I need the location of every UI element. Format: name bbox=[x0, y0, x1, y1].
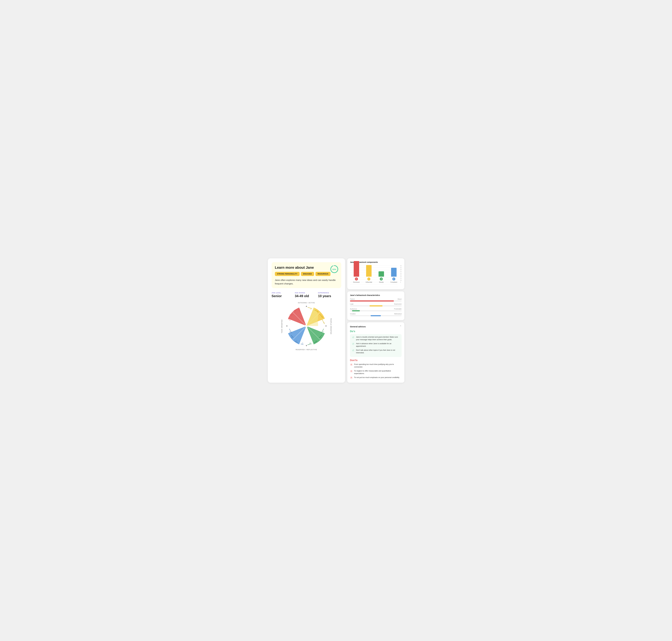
disc-axis-left: TASK ORIENTED bbox=[281, 319, 283, 333]
stat-age-range: AGE RANGE 34-49 old bbox=[295, 292, 318, 298]
char-fill-creative bbox=[370, 315, 381, 316]
svg-text:Si: Si bbox=[322, 331, 324, 332]
check-icon-0: ✓ bbox=[352, 336, 355, 339]
svg-marker-19 bbox=[306, 305, 307, 307]
char-row-audacious: Audacious Predictable bbox=[350, 308, 402, 311]
cross-icon-0: ✕ bbox=[350, 363, 353, 366]
char-right-methodical: Methodical bbox=[394, 313, 402, 315]
check-icon-2: ✓ bbox=[352, 349, 355, 352]
right-panel: Jane's behavioral components D Dominant bbox=[347, 258, 404, 383]
tag-rigourous: RIGOUROUS bbox=[316, 272, 331, 276]
bar-compliant-label: Compliant bbox=[390, 281, 397, 283]
disc-axis-top: OUTGOING / ACTIVE bbox=[298, 302, 315, 303]
svg-text:Influencer: Influencer bbox=[308, 307, 312, 309]
svg-marker-20 bbox=[306, 345, 307, 346]
disc-axis-right: PEOPLE ORIENTED bbox=[330, 318, 332, 335]
donts-item-0: ✕ From spending too much time justifying… bbox=[350, 363, 402, 368]
svg-marker-21 bbox=[286, 325, 287, 327]
char-left-patient: Patient bbox=[350, 298, 355, 300]
progress-ring: 93% bbox=[330, 265, 338, 274]
donts-section-title: Don'ts bbox=[350, 359, 402, 362]
char-row-logic: Logic Expressive bbox=[350, 303, 402, 306]
bar-influential: I Influential bbox=[364, 265, 374, 283]
svg-text:D: D bbox=[291, 315, 292, 316]
bar-steady: S Steady bbox=[376, 271, 386, 283]
svg-text:Captain: Captain bbox=[290, 314, 293, 315]
stat-experience-value: 10 years bbox=[318, 294, 341, 298]
bar-dominant-label: Dominant bbox=[353, 281, 360, 283]
char-track-audacious bbox=[350, 310, 402, 311]
bar-compliant-fill bbox=[391, 268, 396, 277]
cross-icon-1: ✕ bbox=[350, 370, 353, 372]
tag-strong-personality: STRONG PERSONALITY bbox=[275, 272, 299, 276]
hero-title: Learn more about Jane bbox=[275, 265, 338, 270]
svg-text:Dc: Dc bbox=[289, 320, 291, 320]
tags-row: STRONG PERSONALITY ENGAGED RIGOUROUS bbox=[275, 272, 338, 276]
char-track-logic bbox=[350, 305, 402, 306]
disc-svg: Initiator DI Pilot Di Captain D Architec… bbox=[284, 304, 328, 349]
dos-item-2: ✓ Don't talk about other topics if you f… bbox=[352, 349, 400, 354]
check-icon-1: ✓ bbox=[352, 342, 355, 345]
dos-item-0: ✓ Jane is results-oriented and goal-orie… bbox=[352, 336, 400, 341]
char-left-audacious: Audacious bbox=[350, 308, 357, 310]
chevron-up-icon[interactable]: ⌃ bbox=[400, 325, 402, 328]
svg-text:Id: Id bbox=[310, 309, 311, 310]
char-fill-audacious bbox=[352, 310, 360, 311]
disc-axis-bottom: RESERVED / REFLECTIVE bbox=[296, 349, 317, 351]
char-row-creative: Creative Methodical bbox=[350, 313, 402, 316]
char-row-patient: Patient Direct bbox=[350, 298, 402, 301]
dos-text-1: Ask in advance when Jane is available fo… bbox=[356, 342, 400, 347]
svg-text:Harmonizer: Harmonizer bbox=[322, 319, 325, 324]
tag-engaged: ENGAGED bbox=[301, 272, 314, 276]
stat-experience: EXPERIENCE 10 years bbox=[318, 292, 341, 298]
bar-influential-fill bbox=[366, 265, 372, 277]
behavioral-characteristics-card: Jane's behavioral characteristics Patien… bbox=[347, 291, 404, 320]
donts-text-0: From spending too much time justifying w… bbox=[354, 363, 402, 368]
left-panel: Learn more about Jane 93% STRONG PERSONA… bbox=[268, 258, 345, 383]
char-fill-patient bbox=[350, 300, 394, 301]
stat-job-level-value: Senior bbox=[271, 294, 295, 298]
donts-text-2: To not put too much emphasis on your per… bbox=[354, 376, 400, 379]
donts-item-1: ✕ To neglect to offer measurable and qua… bbox=[350, 370, 402, 375]
bar-chart: D Dominant I Influential S Steady bbox=[350, 265, 402, 287]
dos-text-0: Jane is results-oriented and goal-orient… bbox=[356, 336, 400, 341]
char-fill-logic bbox=[369, 305, 382, 306]
char-track-creative bbox=[350, 315, 402, 316]
general-advices-card: General advices ⌃ Do's ✓ Jane is results… bbox=[347, 322, 404, 383]
donts-item-2: ✕ To not put too much emphasis on your p… bbox=[350, 376, 402, 379]
donts-text-1: To neglect to offer measurable and quant… bbox=[354, 370, 402, 375]
disc-wheel-container: OUTGOING / ACTIVE TASK ORIENTED bbox=[271, 301, 341, 352]
char-track-patient bbox=[350, 300, 402, 301]
svg-marker-22 bbox=[325, 325, 327, 327]
app-container: Learn more about Jane 93% STRONG PERSONA… bbox=[268, 258, 404, 383]
behavioral-characteristics-title: Jane's behavioral characteristics bbox=[350, 294, 402, 296]
advices-title: General advices bbox=[350, 325, 366, 328]
bar-dominant-fill bbox=[354, 261, 359, 277]
bar-influential-label: Influential bbox=[366, 281, 372, 283]
bar-dominant: D Dominant bbox=[351, 261, 361, 283]
bar-steady-label: Steady bbox=[379, 281, 383, 283]
bar-compliant-icon: C bbox=[392, 277, 395, 281]
char-left-logic: Logic bbox=[350, 303, 353, 305]
advices-header[interactable]: General advices ⌃ bbox=[350, 325, 402, 328]
cross-icon-2: ✕ bbox=[350, 377, 353, 379]
bar-compliant: C Compliant bbox=[389, 268, 399, 283]
bar-steady-icon: S bbox=[380, 277, 383, 281]
stat-age-range-label: AGE RANGE bbox=[295, 292, 318, 294]
char-right-direct: Direct bbox=[398, 298, 402, 300]
bar-influential-icon: I bbox=[367, 277, 370, 281]
svg-text:Architect: Architect bbox=[288, 318, 292, 319]
stat-age-range-value: 34-49 old bbox=[295, 294, 318, 298]
char-left-creative: Creative bbox=[350, 313, 355, 315]
stat-experience-label: EXPERIENCE bbox=[318, 292, 341, 294]
char-right-predictable: Predictable bbox=[394, 308, 402, 310]
behavioral-components-card: Jane's behavioral components D Dominant bbox=[347, 258, 404, 289]
dos-section: ✓ Jane is results-oriented and goal-orie… bbox=[350, 334, 402, 357]
stat-job-level-label: JOB LEVEL bbox=[271, 292, 295, 294]
stat-job-level: JOB LEVEL Senior bbox=[271, 292, 295, 298]
dos-text-2: Don't talk about other topics if you fee… bbox=[356, 349, 400, 354]
dos-section-title: Do's bbox=[350, 330, 402, 333]
hero-description: Jane often explores many new ideas and c… bbox=[275, 278, 338, 285]
bar-steady-fill bbox=[379, 271, 384, 277]
hero-card: Learn more about Jane 93% STRONG PERSONA… bbox=[271, 262, 341, 288]
